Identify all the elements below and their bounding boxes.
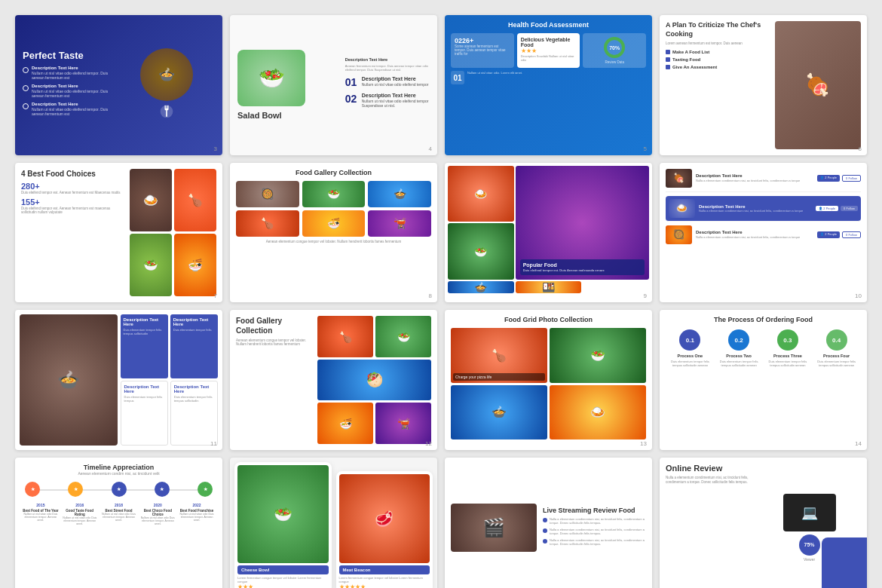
phone-badge-2: Meat Beacon (339, 565, 430, 574)
tl-year-1: 2015 (21, 503, 60, 507)
follow-btn-3: 0 Follow (842, 231, 861, 238)
slides-grid: Perfect Taste Description Text Here Null… (15, 15, 867, 588)
menu-dot-1 (666, 50, 670, 54)
stat-text-2: Description Souvlaki Nullam ut nisl vita… (521, 54, 577, 62)
desc-title-1: Description Text Here (32, 66, 119, 70)
timeline-dots-row: ★ ★ ★ ★ ★ (25, 482, 213, 497)
phone-badge-1: Cheese Bowl (237, 565, 329, 574)
photo-caption-1: Charge your pizza life (453, 373, 545, 381)
item-text: Nullam ut nisl vitae odio. Lorem elit am… (467, 71, 522, 84)
review-img-3: 🥘 (666, 225, 692, 244)
slide-5-title: Health Food Assessment (451, 21, 646, 29)
desc-text-2: Nullam ut nisl vitae odio eleifend tempo… (32, 89, 119, 98)
live-text-2: Nulla a elementum condimentum nisi, ac t… (550, 528, 646, 535)
desc-text-3: Nullam ut nisl vitae odio eleifend tempo… (32, 107, 119, 116)
process-circle-4: 0.4 (826, 329, 847, 351)
slide-4: 🥗 Salad Bowl Description Text Here Aenea… (230, 15, 437, 155)
slide-6-sub: Lorem aenean fermentum est tempor. Duis … (666, 41, 769, 45)
process-desc-4: Duis elementum tempor felis tempus solli… (812, 360, 861, 367)
tl-year-2: 2016 (60, 503, 100, 507)
stat-card-1: 0226+ Some aturean fermentum est tempor.… (451, 33, 514, 68)
phone-sub-2: Lorem fermentum congue tempor vel lobste… (339, 576, 430, 583)
slide-number-5: 5 (644, 145, 647, 152)
slide-8-title: Food Gallery Collection (236, 169, 431, 176)
stat-bold-2: 155+ (21, 198, 125, 207)
numbered-item-2: 02 Description Text Here Nullam ut nisl … (345, 93, 430, 108)
tl-dot-3: ★ (112, 482, 127, 497)
process-desc-2: Duis elementum tempor felis tempus solli… (715, 360, 764, 367)
slide-5-stats-grid: 0226+ Some aturean fermentum est tempor.… (451, 33, 646, 68)
stat-label-1: Some aturean fermentum est tempor. Duis … (455, 44, 510, 56)
numbered-item-1: 01 Description Text Here Nullam ut nisl … (345, 76, 430, 88)
review-actions-2: 👤 2 People 0 Follow (816, 206, 858, 211)
video-thumbnail: 🎬 (451, 504, 537, 552)
menu-label-1: Make A Food List (672, 50, 709, 54)
slide-18-title: Online Review (666, 464, 752, 473)
phone-img-1: 🥗 (237, 465, 329, 563)
gallery-row-2: 🍗 🍜 🫕 (236, 210, 431, 237)
stat-card-2: Delicious Vegetable Food ★★★ Description… (517, 33, 580, 68)
gallery-item-5: 🍜 (302, 210, 366, 237)
num-badge-2: 02 (345, 93, 359, 105)
slide-11: 🍲 Description Text Here Duis elementum t… (15, 310, 222, 450)
tl-year-5: 2022 (177, 503, 216, 507)
slide-number-3: 3 (214, 145, 217, 152)
slide-9: 🍛 Popular Food Duis eleifend tempor est.… (445, 163, 652, 303)
item-num: 01 (451, 71, 464, 84)
follow-btn-2: 0 Follow (841, 206, 858, 211)
num-title-2: Description Text Here (362, 93, 430, 98)
slide-number-14: 14 (855, 440, 862, 447)
slide-number-7: 7 (214, 292, 217, 299)
slide-15-sub: Aenean elementum condim nisi, ac tincidu… (21, 471, 216, 476)
stat-card-3: 70% Review Data (583, 33, 646, 68)
tl-dot-4: ★ (155, 482, 170, 497)
desc-card-2: Description Text Here Duis elementum tem… (170, 314, 218, 378)
process-name-1: Process One (666, 354, 715, 358)
desc-card-4: Description Text Here Duis elementum tem… (170, 381, 218, 446)
slide-18-text: Nulla a elementum condimentum nisi, ac t… (666, 476, 752, 485)
slide-number-13: 13 (640, 440, 647, 447)
live-text-1: Nulla a elementum condimentum nisi, ac t… (550, 517, 646, 525)
slide-6: A Plan To Criticize The Chef's Cooking L… (660, 15, 867, 155)
slide-number-4: 4 (429, 145, 432, 152)
live-item-1: Nulla a elementum condimentum nisi, ac t… (543, 517, 646, 525)
sq-1: 🍗 (317, 316, 373, 357)
slide-7: 4 Best Food Choices 280+ Duis eleifend t… (15, 163, 222, 303)
slide-number-12: 12 (425, 440, 432, 447)
stat-value-1: 0226+ (455, 37, 510, 44)
tl-label-4: Best Choco Food Choice (138, 509, 177, 516)
review-title-3: Description Text Here (696, 230, 813, 234)
slide-number-6: 6 (859, 145, 862, 152)
process-circle-2: 0.2 (728, 329, 749, 351)
process-item-3: 0.3 Process Three Duis elementum tempor … (764, 329, 813, 367)
food-photo-2: 🥗 (448, 223, 514, 280)
menu-item-1: Make A Food List (666, 50, 769, 54)
slide-4-title: Salad Bowl (237, 111, 339, 120)
process-name-4: Process Four (812, 354, 861, 358)
desc-card-3: Description Text Here Duis elementum tem… (121, 381, 168, 446)
review-item-1: 🍖 Description Text Here Nulla a elementu… (666, 169, 861, 192)
slide-4-desc-title: Description Text Here (345, 57, 430, 62)
slide-5: Health Food Assessment 0226+ Some aturea… (445, 15, 652, 155)
photo-grid-1: 🍗 Charge your pizza life (451, 328, 547, 382)
dcw-title-1: Description Text Here (124, 384, 164, 394)
live-dot-3 (543, 539, 547, 544)
slide-number-9: 9 (644, 292, 647, 299)
slide-17: 🎬 Live Streaming Review Food Nulla a ele… (445, 458, 652, 588)
dcw-text-1: Duis elementum tempor felis tempus (124, 395, 164, 403)
desc-item-2: Description Text Here Nullam ut nisl vit… (23, 84, 119, 98)
dcw-title-2: Description Text Here (174, 384, 214, 394)
slide-13-title: Food Grid Photo Collection (451, 316, 646, 323)
num-text-1: Nullam ut nisl vitae odio eleifend tempo… (362, 82, 429, 87)
slide-18: Online Review Nulla a elementum condimen… (660, 458, 867, 588)
tl-year-4: 2020 (138, 503, 177, 507)
slide-6-title: A Plan To Criticize The Chef's Cooking (666, 21, 769, 38)
popular-title: Popular Food (523, 262, 642, 268)
menu-dot-2 (666, 57, 670, 62)
blue-corner-decoration (822, 537, 867, 589)
slide-13: Food Grid Photo Collection 🍗 Charge your… (445, 310, 652, 450)
slide-number-8: 8 (429, 292, 432, 299)
tl-desc-4: Nullam ut nisl vitae odio Duis elementum… (138, 516, 177, 525)
dc-title-2: Description Text Here (173, 317, 215, 326)
timeline-labels: 2015 Best Food of The Year Nullam ut nis… (21, 503, 216, 525)
